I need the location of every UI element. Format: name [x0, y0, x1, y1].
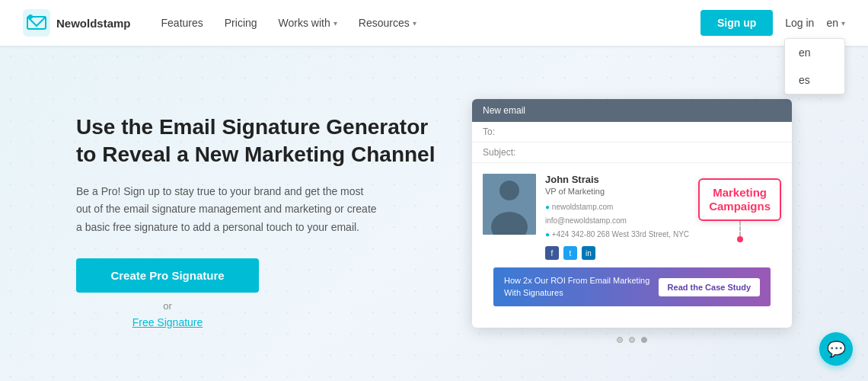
create-pro-signature-button[interactable]: Create Pro Signature [76, 258, 259, 293]
nav-pricing[interactable]: Pricing [225, 17, 257, 29]
free-signature-link[interactable]: Free Signature [76, 316, 259, 328]
logo-icon [23, 9, 50, 37]
email-marketing-banner: How 2x Our ROI From Email Marketing With… [493, 267, 771, 306]
sig-social-links: f t in [545, 246, 691, 260]
read-case-study-button[interactable]: Read the Case Study [659, 278, 760, 296]
carousel-dot-1[interactable] [617, 337, 623, 343]
sig-title: VP of Marketing [545, 187, 691, 196]
nav-features[interactable]: Features [161, 17, 203, 29]
logo[interactable]: Newoldstamp [23, 9, 131, 37]
works-with-chevron-icon: ▾ [333, 19, 337, 27]
twitter-icon[interactable]: t [563, 246, 577, 260]
carousel-dot-3[interactable] [641, 337, 647, 343]
svg-point-2 [28, 14, 33, 19]
sig-website-icon: ● [545, 203, 550, 211]
login-link[interactable]: Log in [785, 17, 814, 29]
sig-phone-icon: ● [545, 230, 550, 239]
hero-right: New email To: Subject: [442, 99, 822, 343]
carousel-dots [617, 337, 647, 343]
signature-info: John Strais VP of Marketing ● newoldstam… [545, 174, 691, 260]
language-selector[interactable]: en ▾ [826, 17, 845, 29]
hero-title: Use the Email Signature Generator to Rev… [76, 114, 442, 169]
connector-dot-icon [737, 236, 743, 242]
signup-button[interactable]: Sign up [700, 10, 773, 36]
email-header-bar: New email [472, 99, 792, 122]
nav-works-with[interactable]: Works with ▾ [279, 17, 337, 29]
hero-section: Use the Email Signature Generator to Rev… [0, 46, 868, 381]
chat-icon: 💬 [827, 340, 846, 358]
signature-area: John Strais VP of Marketing ● newoldstam… [483, 174, 691, 260]
email-preview: New email To: Subject: [472, 99, 792, 328]
email-subject-label: Subject: [483, 147, 515, 158]
carousel-dot-2[interactable] [629, 337, 635, 343]
lang-current: en [826, 17, 838, 29]
email-header-title: New email [483, 105, 525, 116]
marketing-campaigns-badge: Marketing Campaigns [698, 178, 781, 221]
navbar: Newoldstamp Features Pricing Works with … [0, 0, 868, 46]
svg-point-4 [499, 181, 519, 200]
facebook-icon[interactable]: f [545, 246, 559, 260]
email-subject-field[interactable]: Subject: [472, 142, 792, 163]
nav-links: Features Pricing Works with ▾ Resources … [161, 17, 700, 29]
language-dropdown: en es [784, 38, 845, 94]
lang-chevron-icon: ▾ [841, 19, 845, 27]
email-to-field[interactable]: To: [472, 122, 792, 142]
sig-details-1: ● newoldstamp.com info@newoldstamp.com [545, 200, 691, 228]
resources-chevron-icon: ▾ [413, 19, 416, 27]
sig-details-2: ● +424 342-80 268 West 33rd Street, NYC [545, 228, 691, 242]
sig-name: John Strais [545, 174, 691, 185]
email-to-label: To: [483, 126, 495, 137]
hero-left: Use the Email Signature Generator to Rev… [76, 114, 442, 328]
hero-description: Be a Pro! Sign up to stay true to your b… [76, 183, 381, 237]
banner-text: How 2x Our ROI From Email Marketing With… [504, 275, 649, 299]
lang-option-en[interactable]: en [785, 39, 844, 66]
nav-resources[interactable]: Resources ▾ [359, 17, 416, 29]
brand-name: Newoldstamp [56, 17, 131, 30]
signature-photo [483, 174, 536, 235]
person-silhouette-icon [483, 174, 536, 235]
email-body: John Strais VP of Marketing ● newoldstam… [472, 163, 792, 328]
linkedin-icon[interactable]: in [582, 246, 595, 260]
connector-line [739, 221, 741, 236]
or-text: or [76, 300, 259, 312]
nav-right: Sign up Log in en ▾ [700, 10, 845, 36]
chat-button[interactable]: 💬 [819, 332, 853, 366]
lang-option-es[interactable]: es [785, 66, 844, 94]
